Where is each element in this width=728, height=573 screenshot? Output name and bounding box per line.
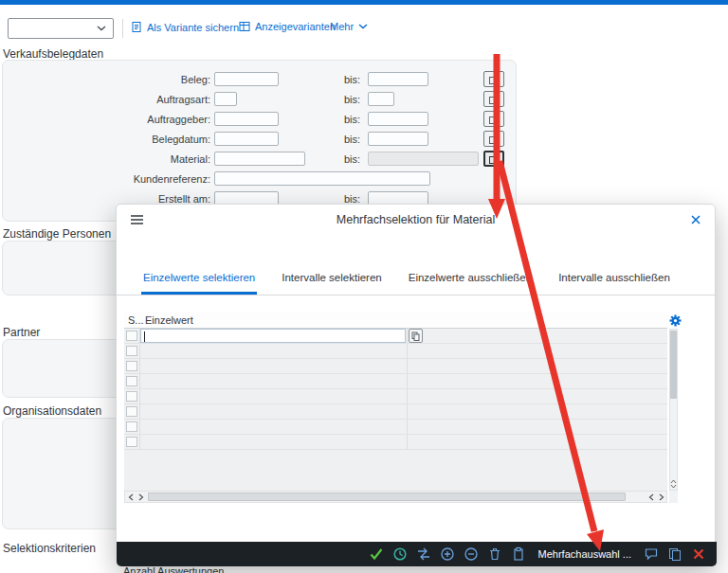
horizontal-scrollbar-track[interactable] bbox=[147, 492, 645, 502]
multi-select-icon bbox=[488, 74, 500, 85]
row-selector-cell[interactable] bbox=[126, 406, 137, 417]
dialog-header: Mehrfachselektion für Material bbox=[117, 205, 715, 235]
dialog-tabs: Einzelwerte selektieren Intervalle selek… bbox=[117, 262, 715, 295]
belegdatum-input[interactable] bbox=[214, 132, 279, 146]
scroll-left-icon[interactable] bbox=[646, 492, 656, 502]
dialog-title: Mehrfachselektion für Material bbox=[117, 213, 715, 226]
chevron-down-icon bbox=[358, 24, 368, 29]
auftraggeber-bis-input[interactable] bbox=[368, 112, 428, 126]
section-title-zustaendige-personen: Zuständige Personen bbox=[3, 227, 111, 241]
auftragsart-input[interactable] bbox=[214, 92, 237, 106]
close-icon[interactable] bbox=[690, 214, 701, 227]
row-selector-cell[interactable] bbox=[126, 421, 137, 432]
tab-intervalle-selektieren[interactable]: Intervalle selektieren bbox=[280, 272, 383, 295]
comment-button[interactable] bbox=[643, 546, 660, 563]
more-label: Mehr bbox=[330, 21, 354, 32]
table-row[interactable] bbox=[124, 344, 667, 359]
paste-clipboard-button[interactable] bbox=[510, 546, 527, 563]
value-column-header: Einzelwert bbox=[145, 314, 193, 326]
table-row[interactable] bbox=[124, 389, 667, 404]
cancel-button[interactable] bbox=[690, 546, 707, 563]
bis-label: bis: bbox=[320, 114, 360, 125]
add-row-button[interactable] bbox=[439, 546, 456, 563]
scroll-right-icon[interactable] bbox=[656, 492, 666, 502]
row-selector-cell[interactable] bbox=[126, 376, 137, 386]
clipped-bottom-text: Anzahl Auswertungen bbox=[123, 565, 224, 573]
tab-intervalle-ausschliessen[interactable]: Intervalle ausschließen bbox=[556, 272, 672, 295]
auftragsart-bis-input[interactable] bbox=[368, 92, 394, 106]
grid-icon bbox=[239, 21, 250, 32]
variant-dropdown[interactable] bbox=[8, 18, 114, 39]
trash-icon bbox=[487, 546, 502, 562]
table-row-focused[interactable] bbox=[124, 329, 667, 344]
form-row-belegdatum: Belegdatum: bis: bbox=[0, 132, 728, 152]
field-label: Auftragsart: bbox=[0, 94, 210, 105]
display-variants-button[interactable]: Anzeigevarianten bbox=[239, 21, 336, 32]
table-row[interactable] bbox=[124, 435, 667, 450]
clock-icon bbox=[392, 546, 408, 562]
vertical-scrollbar-arrows[interactable] bbox=[670, 479, 677, 489]
einzelwert-input[interactable] bbox=[140, 329, 406, 343]
multi-select-icon bbox=[488, 153, 500, 165]
kundenreferenz-input[interactable] bbox=[214, 171, 430, 186]
delete-rows-button[interactable] bbox=[486, 546, 503, 563]
beleg-input[interactable] bbox=[214, 72, 279, 86]
scroll-left-icon[interactable] bbox=[125, 492, 136, 502]
auftraggeber-multi-select-button[interactable] bbox=[483, 111, 504, 127]
horizontal-scrollbar-thumb[interactable] bbox=[148, 492, 626, 501]
table-row[interactable] bbox=[124, 404, 667, 420]
table-row[interactable] bbox=[124, 359, 667, 374]
material-bis-input[interactable] bbox=[368, 152, 479, 166]
history-button[interactable] bbox=[391, 546, 409, 563]
bis-label: bis: bbox=[320, 94, 360, 105]
table-row[interactable] bbox=[124, 374, 667, 389]
belegdatum-bis-input[interactable] bbox=[368, 132, 428, 146]
selection-options-button[interactable] bbox=[415, 546, 432, 563]
plus-circle-icon bbox=[440, 546, 455, 562]
toolbar-separator bbox=[122, 19, 123, 38]
display-variants-label: Anzeigevarianten bbox=[255, 21, 336, 32]
paste-cell-button[interactable] bbox=[409, 329, 423, 343]
save-variant-button[interactable]: Als Variante sichern... bbox=[131, 21, 247, 33]
mehrfachauswahl-button[interactable]: Mehrfachauswahl ... bbox=[538, 548, 631, 560]
row-selector-cell[interactable] bbox=[126, 437, 137, 447]
horizontal-scrollbar[interactable] bbox=[124, 491, 667, 503]
multi-select-icon bbox=[488, 114, 500, 125]
material-multi-select-button[interactable] bbox=[483, 151, 504, 167]
dialog-table-rows bbox=[124, 344, 667, 450]
row-selector-cell[interactable] bbox=[126, 361, 137, 371]
material-input[interactable] bbox=[214, 152, 305, 166]
settings-gear-icon[interactable] bbox=[669, 314, 682, 329]
field-label: Beleg: bbox=[0, 74, 210, 85]
row-selector-cell[interactable] bbox=[126, 391, 137, 402]
chevron-down-icon bbox=[97, 26, 106, 31]
selection-column-header: S... bbox=[128, 314, 144, 326]
more-menu-button[interactable]: Mehr bbox=[330, 21, 368, 32]
confirm-button[interactable] bbox=[368, 546, 385, 563]
form-row-kundenreferenz: Kundenreferenz: bbox=[0, 171, 728, 191]
vertical-scrollbar[interactable] bbox=[669, 329, 678, 491]
speech-bubble-icon bbox=[644, 546, 659, 562]
auftraggeber-input[interactable] bbox=[214, 112, 279, 126]
field-label: Auftraggeber: bbox=[0, 114, 210, 125]
row-selector-cell[interactable] bbox=[126, 346, 137, 356]
table-header: S... Einzelwert bbox=[124, 312, 667, 329]
app-screen: Als Variante sichern... Anzeigevarianten… bbox=[0, 0, 728, 573]
tab-einzelwerte-selektieren[interactable]: Einzelwerte selektieren bbox=[141, 272, 257, 295]
section-title-partner: Partner bbox=[3, 326, 40, 339]
remove-row-button[interactable] bbox=[463, 546, 480, 563]
clipboard-icon bbox=[511, 546, 526, 562]
scroll-right-icon[interactable] bbox=[136, 492, 146, 502]
belegdatum-multi-select-button[interactable] bbox=[483, 131, 504, 147]
dialog-footer-toolbar: Mehrfachauswahl ... bbox=[117, 542, 717, 566]
beleg-multi-select-button[interactable] bbox=[483, 71, 504, 87]
section-title-selektionskriterien: Selektionskriterien bbox=[3, 542, 96, 555]
copy-button[interactable] bbox=[666, 546, 683, 563]
vertical-scrollbar-thumb[interactable] bbox=[670, 331, 677, 399]
auftragsart-multi-select-button[interactable] bbox=[483, 91, 504, 107]
beleg-bis-input[interactable] bbox=[368, 72, 428, 86]
table-row[interactable] bbox=[124, 420, 667, 435]
row-selector-cell[interactable] bbox=[126, 331, 137, 341]
tab-einzelwerte-ausschliessen[interactable]: Einzelwerte ausschließen bbox=[407, 272, 534, 295]
form-row-material: Material: bis: bbox=[0, 152, 728, 171]
